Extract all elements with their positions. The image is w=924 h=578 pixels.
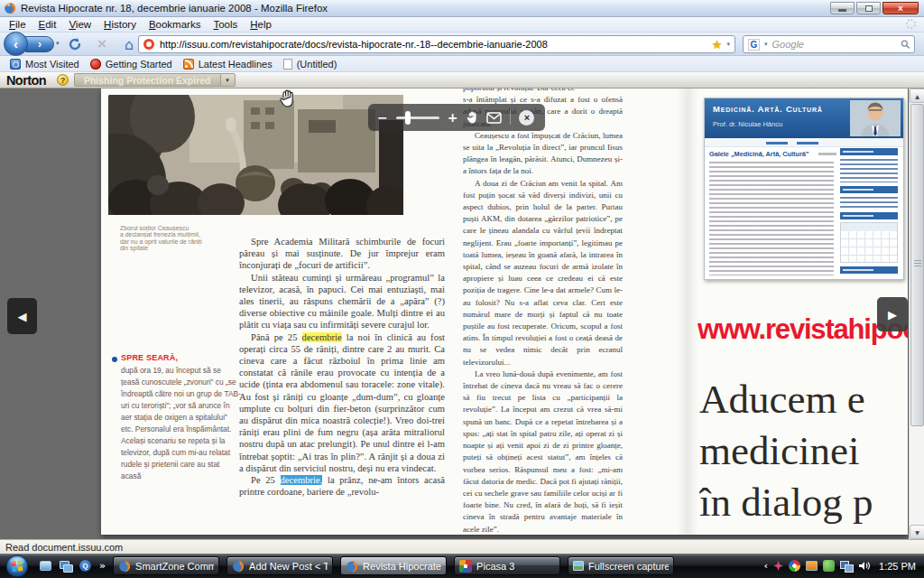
window-title: Revista Hipocrate nr. 18, decembrie ianu… <box>21 3 830 14</box>
bookmark-untitled[interactable]: (Untitled) <box>278 59 343 70</box>
email-icon[interactable] <box>486 112 502 124</box>
firefox-icon <box>118 560 131 573</box>
tray-antivirus-icon[interactable] <box>823 560 835 572</box>
taskbar-button-smartzone[interactable]: SmartZone Commu... <box>113 556 219 575</box>
bookmark-latest-headlines[interactable]: Latest Headlines <box>178 59 278 70</box>
tray-color-wheel-icon[interactable] <box>789 560 800 572</box>
stop-button[interactable]: × <box>93 35 111 53</box>
quick-launch-area: Q » <box>40 560 106 572</box>
picasa-icon <box>459 560 472 573</box>
tray-collapse-icon[interactable]: ‹ <box>763 560 768 572</box>
help-icon[interactable]: ? <box>57 74 69 86</box>
tray-display-icon[interactable] <box>806 561 818 571</box>
forward-button[interactable]: › <box>25 36 54 52</box>
previous-page-button[interactable]: ◀ <box>7 298 37 334</box>
article-column-right: poporului și revoluția. Dar ceea ce s-a … <box>463 89 623 535</box>
taskbar-button-picasa[interactable]: Picasa 3 <box>454 556 560 575</box>
tray-network-icon[interactable] <box>840 561 853 571</box>
crowd-photo <box>108 95 403 215</box>
site-sidebar-links <box>840 159 898 182</box>
start-button[interactable] <box>5 555 29 578</box>
window-controls: × <box>830 2 919 14</box>
blank-page-icon <box>283 59 292 70</box>
issuu-favicon <box>143 39 154 50</box>
bookmark-getting-started[interactable]: Getting Started <box>85 59 178 70</box>
tray-pink-app-icon[interactable] <box>773 561 783 571</box>
show-desktop-icon[interactable] <box>40 561 51 571</box>
close-overlay-button[interactable]: × <box>519 110 534 126</box>
zoom-in-button[interactable]: + <box>448 111 458 124</box>
taskbar: Q » SmartZone Commu... Add New Post < Th… <box>0 554 924 578</box>
vertical-scrollbar[interactable]: ▲ ▼ <box>909 89 924 539</box>
site-nav-strip <box>705 138 903 147</box>
bookmark-star-icon[interactable]: ★ <box>712 39 723 51</box>
search-magnifier-icon[interactable] <box>901 39 910 50</box>
paragraph: Unii stăteau cuminți și urmăreau „progra… <box>239 272 445 331</box>
taskbar-button-revista-hipocrate[interactable]: Revista Hipocrate nr... <box>340 556 447 575</box>
menu-help[interactable]: Help <box>244 18 278 31</box>
restore-button[interactable] <box>856 2 881 14</box>
close-button[interactable]: × <box>882 2 919 14</box>
url-dropdown-icon[interactable]: ▾ <box>726 41 730 48</box>
site-sidebar-header <box>840 266 898 274</box>
norton-dropdown-icon[interactable]: ▾ <box>220 73 236 87</box>
bookmark-most-visited[interactable]: Most Visited <box>5 59 85 70</box>
site-sidebar-header <box>840 148 898 155</box>
sidebar-note-body: după ora 19, au început să se țeasă cuno… <box>121 365 241 482</box>
scroll-up-button[interactable]: ▲ <box>910 89 924 103</box>
menu-history[interactable]: History <box>97 18 143 31</box>
reload-button[interactable] <box>66 35 84 53</box>
paragraph: Pe 25 decembrie, la prânz, ne-am întors … <box>239 474 445 498</box>
back-button[interactable]: ‹ <box>4 32 28 56</box>
browser-window: Revista Hipocrate nr. 18, decembrie ianu… <box>0 0 924 578</box>
window-switcher-icon[interactable] <box>60 561 71 571</box>
taskbar-clock[interactable]: 1:25 PM <box>879 561 916 572</box>
menu-tools[interactable]: Tools <box>207 18 244 31</box>
site-sidebar-links <box>840 197 898 210</box>
paragraph: Până pe 25 decembrie la noi în clinică a… <box>239 331 445 474</box>
page-content: Zborul soților Ceaușescu a declanșat fre… <box>0 89 924 539</box>
site-nav-link <box>766 142 788 144</box>
firefox-icon <box>232 560 245 573</box>
phishing-protection-button[interactable]: Phishing Protection Expired <box>74 73 220 87</box>
hand-cursor-icon <box>278 89 296 108</box>
search-highlight: decembrie <box>302 332 342 342</box>
google-icon[interactable]: G <box>748 39 760 51</box>
url-bar[interactable]: ★ ▾ <box>138 35 735 53</box>
menu-file[interactable]: File <box>3 18 32 31</box>
menu-bookmarks[interactable]: Bookmarks <box>143 18 208 31</box>
rss-feed-icon <box>183 59 194 70</box>
headline-line: în dialog p <box>699 477 908 528</box>
taskbar-button-fullscreen-capture[interactable]: Fullscreen capture 2... <box>568 556 674 575</box>
search-bar[interactable]: G ▾ <box>743 35 915 53</box>
menu-view[interactable]: View <box>62 18 97 31</box>
menu-edit[interactable]: Edit <box>32 18 63 31</box>
site-subtitle: Prof. dr. Niculae Hâncu <box>713 120 782 128</box>
screenshot-icon <box>573 561 584 571</box>
minimize-button[interactable] <box>830 2 855 14</box>
zoom-slider-handle[interactable] <box>405 111 411 125</box>
quick-launch-overflow-icon[interactable]: » <box>99 560 106 572</box>
site-sidebar-header <box>840 186 898 193</box>
scrollbar-thumb[interactable] <box>910 104 924 426</box>
sidebar-note-heading: SPRE SEARĂ, <box>121 353 178 362</box>
history-dropdown-icon[interactable]: ▾ <box>56 40 60 47</box>
search-input[interactable] <box>768 39 901 50</box>
site-article-heading: Galele „Medicină, Artă, Cultură” <box>709 150 808 158</box>
search-highlight-active: decembrie, <box>281 475 323 485</box>
tray-volume-icon[interactable] <box>858 560 870 572</box>
norton-toolbar: Norton ? Phishing Protection Expired ▾ <box>0 72 924 89</box>
zoom-slider[interactable] <box>396 117 439 119</box>
pan-tool-icon[interactable] <box>466 110 478 125</box>
bookmarks-toolbar: Most Visited Getting Started Latest Head… <box>0 56 924 72</box>
bullet-icon <box>112 357 117 362</box>
scroll-down-button[interactable]: ▼ <box>910 525 924 539</box>
paragraph: A doua zi de Crăciun am venit la spital.… <box>463 178 623 368</box>
next-page-button[interactable]: ▶ <box>877 297 908 331</box>
home-button[interactable]: ⌂ <box>120 35 138 53</box>
site-title: Medicină. Artă. Cultură <box>713 104 823 114</box>
quick-launch-app-icon[interactable]: Q <box>79 560 91 572</box>
url-input[interactable] <box>154 39 712 50</box>
taskbar-button-add-new-post[interactable]: Add New Post < The... <box>226 556 333 575</box>
zoom-out-button[interactable]: − <box>377 111 388 124</box>
